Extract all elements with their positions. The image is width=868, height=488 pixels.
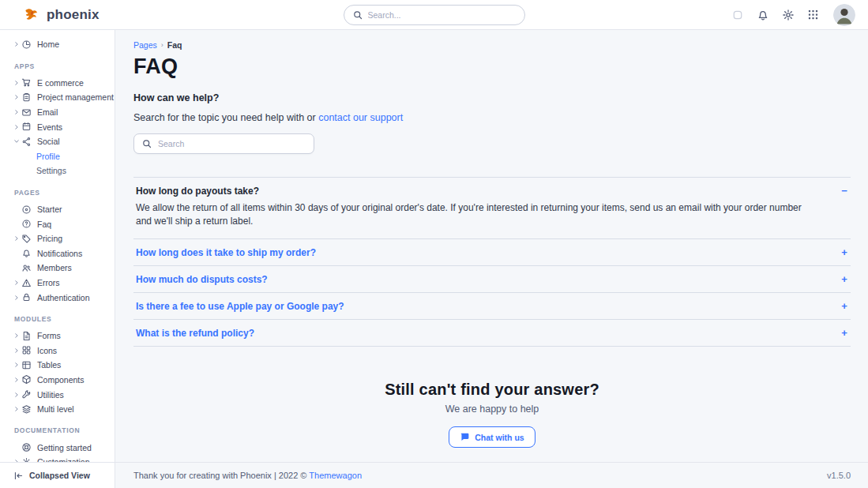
breadcrumb-pages-link[interactable]: Pages: [133, 40, 157, 50]
chevron-right-icon[interactable]: [13, 406, 21, 412]
global-search-input[interactable]: [368, 10, 516, 20]
sidebar-item-email[interactable]: Email: [13, 105, 110, 120]
chat-button-label: Chat with us: [475, 433, 524, 442]
expand-plus-icon[interactable]: +: [840, 328, 849, 338]
sidebar-item-getting-started[interactable]: Getting started: [13, 440, 110, 455]
breadcrumb-current: Faq: [167, 40, 182, 50]
chevron-right-icon[interactable]: [13, 124, 21, 130]
chat-with-us-button[interactable]: Chat with us: [449, 426, 535, 448]
chevron-right-icon[interactable]: [13, 280, 21, 286]
sidebar-item-pricing[interactable]: Pricing: [13, 231, 110, 246]
chevron-right-icon[interactable]: [13, 295, 21, 301]
faq-question-row[interactable]: How long does it take to ship my order?+: [133, 239, 851, 265]
sidebar-item-label: Components: [37, 375, 85, 385]
expand-plus-icon[interactable]: +: [840, 247, 849, 257]
brand-logo[interactable]: phoenix: [24, 7, 100, 23]
faq-search[interactable]: [133, 133, 314, 154]
sidebar-item-label: Home: [37, 39, 59, 49]
sidebar-item-e-commerce[interactable]: E commerce: [13, 76, 110, 91]
collapsed-view-label: Collapsed View: [29, 471, 90, 480]
collapsed-view-toggle[interactable]: Collapsed View: [0, 463, 115, 488]
sidebar-subitem-profile[interactable]: Profile: [13, 149, 110, 164]
sidebar-item-label: Authentication: [37, 293, 90, 302]
phoenix-logo-icon: [24, 7, 41, 23]
sidebar-item-utilities[interactable]: Utilities: [13, 387, 110, 402]
bell-icon[interactable]: [756, 8, 769, 21]
sidebar-subitem-settings[interactable]: Settings: [13, 163, 110, 178]
sidebar-item-icons[interactable]: Icons: [13, 343, 110, 358]
content-row: HomeAPPSE commerceProject managementEmai…: [0, 30, 868, 462]
chevron-right-icon[interactable]: [13, 392, 21, 398]
sidebar-item-faq[interactable]: Faq: [13, 216, 110, 231]
faq-answer: We allow the return of all items within …: [133, 198, 851, 239]
sidebar-item-social[interactable]: Social: [13, 134, 110, 149]
chevron-right-icon[interactable]: [13, 347, 21, 354]
expand-plus-icon[interactable]: +: [840, 274, 849, 284]
breadcrumb-separator: ›: [161, 41, 163, 49]
cube-icon: [21, 374, 32, 385]
expand-plus-icon[interactable]: +: [840, 301, 849, 311]
faq-accordion: How long do payouts take?−We allow the r…: [133, 177, 851, 347]
chevron-right-icon[interactable]: [13, 362, 21, 368]
faq-question-row[interactable]: How long do payouts take?−: [133, 178, 851, 198]
faq-question-row[interactable]: How much do disputs costs?+: [133, 266, 851, 292]
grid-squares-icon: [21, 345, 32, 355]
chevron-right-icon[interactable]: [13, 80, 21, 86]
chevron-down-icon[interactable]: [13, 138, 21, 145]
nav-section-label-pages: PAGES: [14, 189, 110, 197]
sidebar-item-customization[interactable]: Customization: [13, 455, 110, 462]
faq-question-row[interactable]: What is the refund policy?+: [133, 320, 851, 346]
sidebar-item-components[interactable]: Components: [13, 373, 110, 388]
sidebar-item-members[interactable]: Members: [13, 261, 110, 276]
chevron-right-icon[interactable]: [13, 94, 21, 100]
nav-section-label-documentation: DOCUMENTATION: [14, 426, 110, 434]
themewagon-link[interactable]: Themewagon: [309, 471, 362, 480]
sidebar-item-forms[interactable]: Forms: [13, 328, 110, 343]
chevron-right-icon[interactable]: [13, 41, 21, 47]
faq-question: What is the refund policy?: [136, 328, 254, 339]
chat-bubble-icon: [460, 432, 470, 442]
search-icon: [142, 139, 152, 148]
pie-clock-icon: [21, 39, 32, 50]
sidebar-item-tables[interactable]: Tables: [13, 358, 110, 373]
page-title: FAQ: [133, 54, 851, 79]
question-circle-icon: [21, 219, 32, 229]
clipboard-icon: [21, 92, 32, 103]
sidebar-item-label: Email: [37, 107, 58, 117]
sidebar-item-authentication[interactable]: Authentication: [13, 290, 110, 305]
sidebar-item-errors[interactable]: Errors: [13, 276, 110, 291]
users-icon: [21, 263, 32, 273]
sidebar-item-multi-level[interactable]: Multi level: [13, 402, 110, 417]
chevron-right-icon[interactable]: [13, 235, 21, 242]
calendar-icon: [21, 122, 32, 132]
settings-gear-icon[interactable]: [781, 8, 795, 21]
faq-question: How long do payouts take?: [136, 186, 259, 197]
sidebar-item-starter[interactable]: Starter: [13, 202, 110, 217]
faq-search-input[interactable]: [158, 139, 306, 148]
faq-question-row[interactable]: Is there a fee to use Apple pay or Googl…: [133, 293, 851, 319]
cta-subtitle: We are happy to help: [133, 404, 851, 415]
faq-item-how-long-do-payouts-take: How long do payouts take?−We allow the r…: [133, 178, 851, 239]
faq-item-how-much-do-disputs-costs: How much do disputs costs?+: [133, 266, 851, 293]
sidebar-item-home[interactable]: Home: [13, 37, 110, 52]
nav-section-label-modules: MODULES: [14, 315, 110, 323]
sidebar-item-label: Members: [37, 263, 72, 272]
apps-grid-icon[interactable]: [806, 8, 820, 21]
sidebar-submenu-social: ProfileSettings: [13, 149, 110, 178]
collapse-minus-icon[interactable]: −: [840, 186, 849, 196]
chevron-right-icon[interactable]: [13, 109, 21, 115]
faq-question: How long does it take to ship my order?: [136, 247, 316, 258]
warning-triangle-icon: [21, 278, 32, 288]
sidebar-item-events[interactable]: Events: [13, 119, 110, 134]
sidebar-item-project-management[interactable]: Project management: [13, 90, 110, 105]
theme-toggle-icon[interactable]: [731, 8, 744, 21]
sidebar-item-notifications[interactable]: Notifications: [13, 246, 110, 261]
help-heading: How can we help?: [133, 92, 851, 103]
chevron-right-icon[interactable]: [13, 332, 21, 339]
app-version: v1.5.0: [827, 471, 851, 480]
help-intro-text: Search for the topic you need help with …: [133, 112, 316, 123]
contact-support-link[interactable]: contact our support: [318, 112, 403, 123]
global-search[interactable]: [344, 5, 525, 25]
user-avatar[interactable]: [833, 4, 855, 26]
chevron-right-icon[interactable]: [13, 377, 21, 383]
